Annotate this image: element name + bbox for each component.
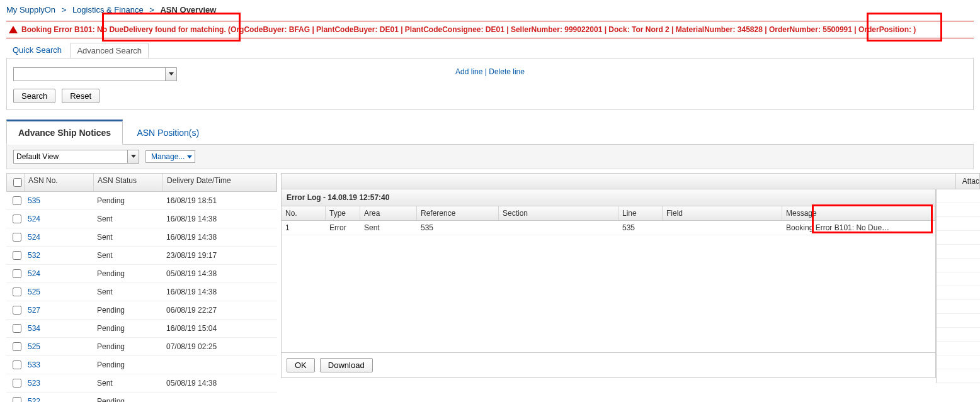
col-delivery-date[interactable]: Delivery Date/Time <box>163 174 276 191</box>
search-field-input[interactable] <box>14 68 165 81</box>
table-row[interactable]: 525Pending07/08/19 02:25 <box>6 338 277 356</box>
right-header-strip: Attac <box>281 173 980 189</box>
asn-link[interactable]: 525 <box>28 288 40 296</box>
warning-icon <box>9 26 18 33</box>
cell-date: 16/08/19 14:38 <box>162 285 277 299</box>
row-checkbox[interactable] <box>13 360 21 369</box>
asn-link[interactable]: 525 <box>28 342 40 351</box>
col-reference[interactable]: Reference <box>417 206 499 220</box>
asn-link[interactable]: 532 <box>28 251 40 260</box>
cell-status: Pending <box>93 340 162 354</box>
col-field[interactable]: Field <box>663 206 782 220</box>
view-selector[interactable] <box>13 150 139 164</box>
asn-link[interactable]: 535 <box>28 196 40 205</box>
chevron-down-icon[interactable] <box>127 150 139 163</box>
table-row[interactable]: 525Sent16/08/19 14:38 <box>6 283 277 301</box>
error-log-panel: Error Log - 14.08.19 12:57:40 No. Type A… <box>281 189 936 378</box>
breadcrumb: My SupplyOn > Logistics & Finance > ASN … <box>0 0 980 20</box>
table-row[interactable]: 524Sent16/08/19 14:38 <box>6 228 277 247</box>
table-row[interactable]: 523Sent05/08/19 14:38 <box>6 374 277 393</box>
cell-date: 16/08/19 15:04 <box>162 321 277 335</box>
asn-link[interactable]: 524 <box>28 233 40 242</box>
row-checkbox[interactable] <box>13 269 21 278</box>
row-checkbox[interactable] <box>13 215 21 223</box>
asn-link[interactable]: 523 <box>28 379 40 388</box>
search-field-combo[interactable] <box>13 67 177 81</box>
col-attachments[interactable]: Attac <box>955 174 979 189</box>
error-log-title: Error Log - 14.08.19 12:57:40 <box>282 189 935 206</box>
cell-date: 05/08/19 14:38 <box>162 267 277 281</box>
breadcrumb-link-home[interactable]: My SupplyOn <box>6 5 55 14</box>
manage-views-button[interactable]: Manage... <box>145 150 195 163</box>
delete-line-link[interactable]: Delete line <box>489 67 525 76</box>
table-row[interactable]: 524Pending05/08/19 14:38 <box>6 265 277 283</box>
asn-grid-header: ASN No. ASN Status Delivery Date/Time <box>6 173 277 192</box>
error-mid: (OrgCodeBuyer: BFAG | PlantCodeBuyer: DE… <box>228 25 852 34</box>
cell-status: Pending <box>93 194 162 208</box>
row-checkbox[interactable] <box>13 306 21 315</box>
error-banner: Booking Error B101: No DueDelivery found… <box>6 21 974 38</box>
col-line[interactable]: Line <box>618 206 663 220</box>
cell-area: Sent <box>360 221 417 235</box>
view-selector-input[interactable] <box>14 150 127 163</box>
row-checkbox[interactable] <box>13 342 21 351</box>
breadcrumb-link-logistics[interactable]: Logistics & Finance <box>72 5 144 14</box>
tab-advanced-search[interactable]: Advanced Search <box>70 43 149 59</box>
row-checkbox[interactable] <box>13 251 21 260</box>
select-all-checkbox[interactable] <box>13 178 22 187</box>
cell-field <box>663 221 782 235</box>
cell-date: 16/08/19 18:51 <box>162 194 277 208</box>
col-area[interactable]: Area <box>360 206 417 220</box>
cell-reference: 535 <box>417 221 499 235</box>
table-row[interactable]: 532Sent23/08/19 19:17 <box>6 247 277 265</box>
col-message[interactable]: Message <box>782 206 935 220</box>
col-type[interactable]: Type <box>326 206 360 220</box>
grid-toolbar: Manage... <box>6 145 974 169</box>
advanced-search-panel: Add line | Delete line Search Reset <box>6 58 974 110</box>
col-no[interactable]: No. <box>282 206 326 220</box>
col-section[interactable]: Section <box>499 206 618 220</box>
cell-status: Pending <box>93 321 162 335</box>
asn-grid-body: 535Pending16/08/19 18:51524Sent16/08/19 … <box>6 192 277 402</box>
cell-status: Pending <box>93 303 162 317</box>
chevron-down-icon[interactable] <box>165 68 176 81</box>
search-button[interactable]: Search <box>13 89 55 103</box>
row-checkbox[interactable] <box>13 397 21 402</box>
row-checkbox[interactable] <box>13 196 21 205</box>
table-row[interactable]: 522Pending <box>6 393 277 402</box>
main-tabs: Advance Ship Notices ASN Position(s) <box>6 119 974 145</box>
col-asn-status[interactable]: ASN Status <box>94 174 163 191</box>
row-checkbox[interactable] <box>13 233 21 242</box>
asn-link[interactable]: 522 <box>28 397 40 402</box>
asn-link[interactable]: 524 <box>28 215 40 223</box>
asn-link[interactable]: 524 <box>28 269 40 278</box>
table-row[interactable]: 534Pending16/08/19 15:04 <box>6 320 277 338</box>
table-row[interactable]: 524Sent16/08/19 14:38 <box>6 210 277 228</box>
tab-advance-ship-notices[interactable]: Advance Ship Notices <box>6 120 123 145</box>
right-pane: Attac Error Log - 14.08.19 12:57:40 No. … <box>281 173 980 402</box>
search-tabs: Quick Search Advanced Search <box>6 42 974 58</box>
cell-status: Sent <box>93 376 162 390</box>
row-checkbox[interactable] <box>13 324 21 333</box>
tab-asn-positions[interactable]: ASN Position(s) <box>125 121 211 145</box>
error-log-row[interactable]: 1ErrorSent535535Booking Error B101: No D… <box>282 221 935 235</box>
add-line-link[interactable]: Add line <box>455 67 482 76</box>
reset-button[interactable]: Reset <box>62 89 100 103</box>
tab-quick-search[interactable]: Quick Search <box>6 43 68 57</box>
table-row[interactable]: 527Pending06/08/19 22:27 <box>6 301 277 320</box>
download-button[interactable]: Download <box>320 358 373 372</box>
asn-link[interactable]: 527 <box>28 306 40 315</box>
col-asn-no[interactable]: ASN No. <box>25 174 94 191</box>
cell-status: Pending <box>93 267 162 281</box>
asn-link[interactable]: 534 <box>28 324 40 333</box>
cell-date: 06/08/19 22:27 <box>162 303 277 317</box>
cell-date: 07/08/19 02:25 <box>162 340 277 354</box>
table-row[interactable]: 535Pending16/08/19 18:51 <box>6 192 277 210</box>
table-row[interactable]: 533Pending <box>6 356 277 374</box>
row-checkbox[interactable] <box>13 379 21 388</box>
cell-date: 05/08/19 14:38 <box>162 376 277 390</box>
row-checkbox[interactable] <box>13 288 21 296</box>
error-prefix: Booking Error B101: <box>21 25 95 34</box>
ok-button[interactable]: OK <box>287 358 315 372</box>
asn-link[interactable]: 533 <box>28 360 40 369</box>
